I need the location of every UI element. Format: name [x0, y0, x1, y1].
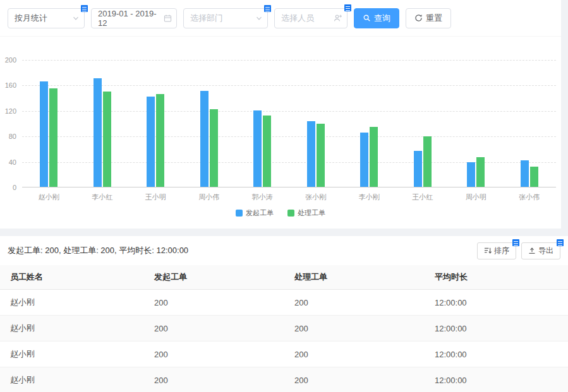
export-button[interactable]: 导出: [521, 242, 560, 259]
x-axis-label: 张小刚: [289, 193, 343, 202]
sort-button-label: 排序: [494, 246, 509, 256]
filter-toolbar: 按月统计 2019-01 - 2019-12 选择部门: [0, 0, 561, 37]
bar: [210, 109, 218, 187]
sort-button[interactable]: 排序: [477, 242, 516, 259]
bar: [263, 116, 271, 187]
bar: [156, 94, 164, 187]
annotation-badge-icon[interactable]: [512, 239, 519, 246]
gridline: [22, 162, 556, 163]
gridline: [22, 85, 556, 86]
table-header-cell: 员工姓名: [0, 265, 144, 290]
y-tick-label: 0: [0, 184, 16, 191]
date-range-value: 2019-01 - 2019-12: [98, 9, 160, 28]
stats-panel: 按月统计 2019-01 - 2019-12 选择部门: [0, 0, 561, 229]
table-cell: 200: [284, 342, 425, 367]
x-axis-label: 郭小涛: [236, 193, 289, 202]
y-axis: 04080120160200: [0, 60, 16, 187]
department-placeholder: 选择部门: [190, 13, 223, 24]
table-cell: 12:00:00: [425, 342, 568, 367]
bar: [253, 110, 262, 187]
bar: [317, 124, 325, 187]
reset-button-label: 重置: [426, 13, 442, 24]
department-select[interactable]: 选择部门: [183, 8, 268, 28]
legend-label: 处理工单: [298, 208, 325, 218]
chevron-down-icon: [72, 15, 80, 22]
table-header-cell: 平均时长: [425, 265, 568, 290]
x-axis-label: 周小明: [449, 193, 503, 202]
bar: [94, 78, 102, 187]
bar: [521, 160, 529, 187]
bar: [200, 91, 208, 187]
table-header-cell: 处理工单: [284, 265, 425, 290]
calendar-icon: [164, 14, 172, 22]
table-header-row: 员工姓名发起工单处理工单平均时长: [0, 265, 568, 290]
person-add-icon: [334, 14, 342, 23]
legend-item[interactable]: 处理工单: [287, 208, 325, 218]
table-cell: 200: [144, 316, 284, 342]
table-cell: 200: [284, 290, 425, 316]
query-button[interactable]: 查询: [354, 8, 399, 28]
gridline: [22, 60, 556, 61]
y-tick-label: 200: [0, 56, 16, 64]
workorder-bar-chart: 04080120160200 赵小刚李小红王小明周小伟郭小涛张小刚李小刚王小红周…: [0, 37, 561, 226]
x-axis-label: 张小伟: [503, 193, 557, 202]
bar: [530, 167, 538, 187]
export-button-label: 导出: [538, 246, 553, 256]
table-row: 赵小刚20020012:00:00: [0, 342, 568, 367]
y-tick-label: 40: [0, 158, 16, 166]
table-cell: 200: [144, 290, 284, 316]
bar: [40, 81, 48, 187]
table-cell: 赵小刚: [0, 290, 144, 316]
annotation-badge-icon[interactable]: [344, 4, 351, 11]
bar: [370, 127, 378, 187]
table-head: 员工姓名发起工单处理工单平均时长: [0, 265, 568, 290]
table-row: 赵小刚20020012:00:00: [0, 367, 568, 392]
bar: [360, 133, 368, 187]
sort-icon: [484, 247, 492, 254]
x-axis: 赵小刚李小红王小明周小伟郭小涛张小刚李小刚王小红周小明张小伟: [22, 193, 556, 203]
x-axis-label: 赵小刚: [22, 193, 76, 202]
x-axis-label: 王小明: [129, 193, 183, 202]
table-cell: 赵小刚: [0, 367, 144, 392]
y-tick-label: 120: [0, 107, 16, 115]
bar: [307, 121, 315, 187]
reset-button[interactable]: 重置: [406, 8, 451, 28]
annotation-badge-icon[interactable]: [557, 239, 564, 246]
table-cell: 200: [284, 316, 425, 342]
table-row: 赵小刚20020012:00:00: [0, 290, 568, 316]
legend-label: 发起工单: [246, 208, 274, 218]
table-cell: 200: [144, 342, 284, 367]
stat-type-select[interactable]: 按月统计: [8, 8, 85, 28]
table-cell: 12:00:00: [425, 316, 568, 342]
legend-item[interactable]: 发起工单: [236, 208, 274, 218]
workorder-table: 员工姓名发起工单处理工单平均时长 赵小刚20020012:00:00赵小刚200…: [0, 265, 568, 392]
x-axis-label: 周小伟: [183, 193, 236, 202]
table-cell: 赵小刚: [0, 342, 144, 367]
summary-actions: 排序 导出: [477, 242, 560, 259]
table-cell: 12:00:00: [425, 290, 568, 316]
x-axis-label: 李小刚: [342, 193, 396, 202]
date-range-input[interactable]: 2019-01 - 2019-12: [91, 8, 177, 28]
refresh-icon: [414, 14, 423, 22]
y-tick-label: 160: [0, 81, 16, 89]
bar: [467, 162, 475, 187]
table-row: 赵小刚20020012:00:00: [0, 316, 568, 342]
table-panel: 发起工单: 200, 处理工单: 200, 平均时长: 12:00:00 排序 …: [0, 236, 568, 381]
table-cell: 赵小刚: [0, 316, 144, 342]
query-button-label: 查询: [374, 13, 390, 24]
chart-legend: 发起工单处理工单: [0, 208, 561, 218]
search-icon: [363, 14, 371, 22]
annotation-badge-icon[interactable]: [264, 5, 271, 12]
bar: [423, 136, 432, 187]
table-cell: 200: [284, 367, 425, 392]
bar: [147, 97, 155, 187]
gridline: [22, 111, 556, 112]
chart-plot: [22, 60, 556, 187]
x-axis-label: 李小红: [76, 193, 130, 202]
personnel-field: [274, 8, 347, 28]
bar: [476, 157, 485, 187]
table-cell: 200: [144, 367, 284, 392]
stat-type-value: 按月统计: [15, 13, 47, 24]
summary-text: 发起工单: 200, 处理工单: 200, 平均时长: 12:00:00: [8, 245, 188, 256]
annotation-badge-icon[interactable]: [81, 5, 88, 12]
